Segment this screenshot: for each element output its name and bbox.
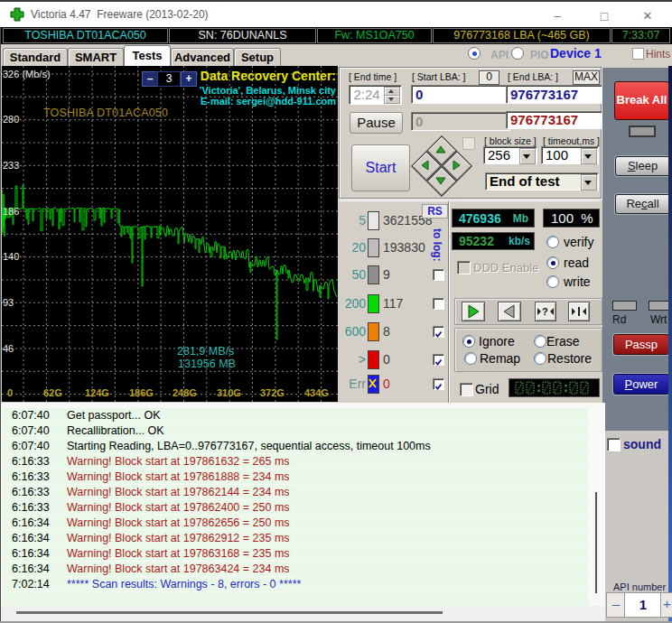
svg-text:?: ? xyxy=(542,306,548,317)
